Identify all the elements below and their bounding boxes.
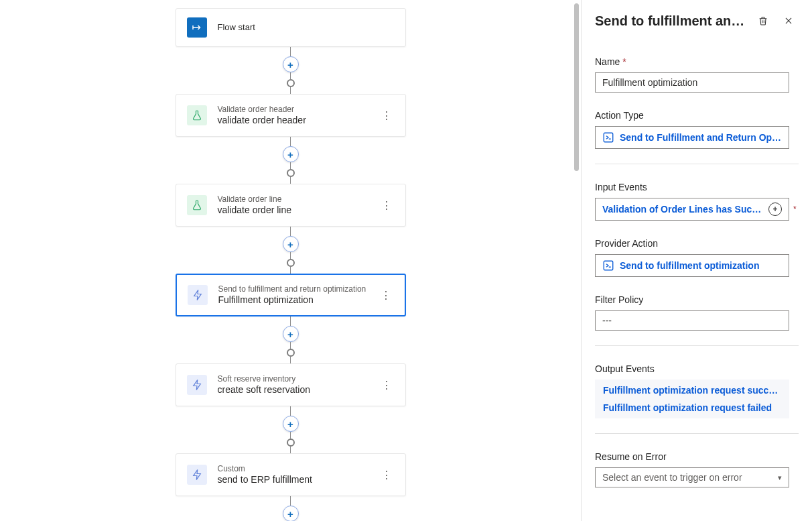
- output-event-item[interactable]: Fulfillment optimization request succ…: [603, 385, 781, 396]
- name-input[interactable]: [595, 72, 789, 93]
- action-subtitle: Send to fulfillment and return optimizat…: [218, 284, 378, 294]
- section-filter-policy: Filter Policy: [595, 294, 799, 346]
- resume-on-error-label: Resume on Error: [595, 451, 667, 462]
- action-create-soft-reservation[interactable]: Soft reserve inventory create soft reser…: [176, 363, 406, 406]
- panel-body: Name* Action Type Send to Fulfillment an…: [582, 40, 812, 521]
- required-indicator: *: [793, 205, 797, 214]
- section-input-events: Input Events Validation of Order Lines h…: [595, 182, 799, 221]
- action-type-picker[interactable]: Send to Fulfillment and Return Optimiza…: [595, 126, 789, 149]
- section-provider-action: Provider Action Send to fulfillment opti…: [595, 238, 799, 277]
- flow-start-title: Flow start: [218, 22, 395, 33]
- lightning-icon: [188, 285, 208, 305]
- divider: [595, 345, 799, 346]
- provider-action-label: Provider Action: [595, 238, 658, 249]
- connector: +: [283, 316, 299, 363]
- chevron-down-icon: ▾: [778, 473, 782, 482]
- action-subtitle: Custom: [218, 464, 379, 474]
- connector: +: [283, 137, 299, 184]
- filter-policy-input[interactable]: [595, 310, 789, 331]
- name-label: Name: [595, 56, 620, 67]
- resume-on-error-placeholder: Select an event to trigger on error: [602, 472, 742, 483]
- provider-action-value: Send to fulfillment optimization: [620, 260, 782, 271]
- connector: +: [283, 227, 299, 274]
- add-step-button[interactable]: +: [283, 146, 299, 162]
- action-title: create soft reservation: [218, 384, 379, 396]
- connector: +: [283, 47, 299, 94]
- scroll-thumb[interactable]: [574, 3, 579, 171]
- resume-on-error-select[interactable]: Select an event to trigger on error ▾: [595, 467, 789, 487]
- action-validate-order-line[interactable]: Validate order line validate order line …: [176, 184, 406, 227]
- add-input-event-button[interactable]: +: [768, 202, 782, 216]
- input-events-label: Input Events: [595, 182, 647, 192]
- action-menu-button[interactable]: ⋮: [379, 465, 395, 485]
- action-subtitle: Validate order header: [218, 105, 379, 115]
- add-step-button[interactable]: +: [283, 506, 299, 521]
- waypoint-icon: [287, 79, 295, 87]
- flow-start-node[interactable]: Flow start: [176, 8, 406, 47]
- action-validate-order-header[interactable]: Validate order header validate order hea…: [176, 94, 406, 137]
- panel-title: Send to fulfillment an…: [595, 13, 748, 29]
- delete-button[interactable]: [753, 11, 773, 31]
- add-step-button[interactable]: +: [283, 326, 299, 342]
- action-menu-button[interactable]: ⋮: [379, 105, 395, 126]
- action-type-label: Action Type: [595, 110, 644, 121]
- action-type-icon: [602, 131, 614, 143]
- flow-column: Flow start + Validate order header valid…: [0, 8, 581, 521]
- section-action-type: Action Type Send to Fulfillment and Retu…: [595, 110, 799, 164]
- add-step-button[interactable]: +: [283, 56, 299, 72]
- section-resume-on-error: Resume on Error Select an event to trigg…: [595, 451, 799, 487]
- flask-icon: [187, 105, 207, 125]
- action-subtitle: Validate order line: [218, 194, 379, 205]
- action-menu-button[interactable]: ⋮: [379, 195, 395, 216]
- waypoint-icon: [287, 439, 295, 447]
- required-indicator: *: [622, 56, 626, 67]
- action-title: send to ERP fulfillment: [218, 474, 379, 486]
- input-events-picker[interactable]: Validation of Order Lines has Succeed… +: [595, 198, 789, 221]
- waypoint-icon: [287, 169, 295, 177]
- add-step-button[interactable]: +: [283, 416, 299, 432]
- provider-action-icon: [602, 259, 614, 272]
- action-send-to-erp-fulfillment[interactable]: Custom send to ERP fulfillment ⋮: [176, 453, 406, 496]
- close-button[interactable]: [779, 11, 799, 31]
- action-menu-button[interactable]: ⋮: [379, 375, 395, 396]
- flow-start-icon: [187, 17, 207, 38]
- properties-panel: Send to fulfillment an… Name* Action Typ…: [581, 0, 812, 521]
- flow-canvas: Flow start + Validate order header valid…: [0, 0, 581, 521]
- divider: [595, 433, 799, 434]
- connector: +: [283, 406, 299, 453]
- vertical-scrollbar[interactable]: [571, 0, 581, 521]
- panel-header: Send to fulfillment an…: [582, 0, 812, 40]
- output-events-label: Output Events: [595, 363, 655, 374]
- action-title: validate order line: [218, 205, 379, 217]
- output-events-list: Fulfillment optimization request succ… F…: [595, 380, 789, 418]
- connector: +: [283, 496, 299, 521]
- output-event-item[interactable]: Fulfillment optimization request failed: [603, 402, 781, 413]
- action-title: validate order header: [218, 115, 379, 127]
- waypoint-icon: [287, 349, 295, 357]
- action-type-value: Send to Fulfillment and Return Optimiza…: [620, 132, 782, 143]
- lightning-icon: [187, 465, 207, 485]
- flask-icon: [187, 195, 207, 215]
- section-output-events: Output Events Fulfillment optimization r…: [595, 363, 799, 434]
- waypoint-icon: [287, 259, 295, 267]
- action-menu-button[interactable]: ⋮: [378, 285, 394, 306]
- lightning-icon: [187, 375, 207, 395]
- section-name: Name*: [595, 56, 799, 93]
- input-events-value: Validation of Order Lines has Succeed…: [602, 204, 763, 215]
- filter-policy-label: Filter Policy: [595, 294, 643, 305]
- add-step-button[interactable]: +: [283, 236, 299, 252]
- action-title: Fulfillment optimization: [218, 294, 378, 306]
- provider-action-picker[interactable]: Send to fulfillment optimization: [595, 254, 789, 277]
- divider: [595, 164, 799, 164]
- action-subtitle: Soft reserve inventory: [218, 374, 379, 384]
- action-fulfillment-optimization[interactable]: Send to fulfillment and return optimizat…: [176, 274, 406, 316]
